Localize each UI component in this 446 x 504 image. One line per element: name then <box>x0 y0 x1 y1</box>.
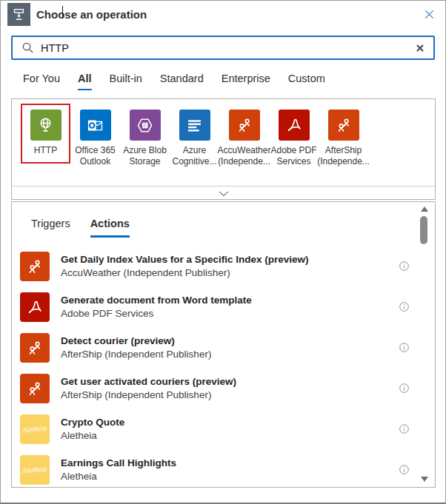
search-input[interactable] <box>41 42 416 54</box>
text-lines-icon <box>179 110 210 141</box>
action-title: Get Daily Index Values for a Specific In… <box>61 253 309 266</box>
connector-tile-accuweather[interactable]: AccuWeather(Independe... <box>219 104 269 175</box>
outlook-icon <box>80 110 111 141</box>
action-row[interactable]: Get user activated couriers (preview)Aft… <box>20 368 435 409</box>
aletheia-icon: Aletheia <box>20 414 50 444</box>
page-title: Choose an operation <box>36 8 147 21</box>
connector-tile-http[interactable]: HTTP <box>21 104 70 164</box>
action-text: Crypto QuoteAletheia <box>61 416 124 442</box>
svg-text:01: 01 <box>143 125 146 128</box>
action-subtitle: Aletheia <box>61 470 176 483</box>
chevron-down-icon <box>219 187 229 200</box>
connector-tile-adobe-pdf[interactable]: Adobe PDFServices <box>269 104 319 175</box>
independent-publisher-icon <box>20 252 50 281</box>
text-caret <box>62 6 63 19</box>
action-row[interactable]: Detect courier (preview)AfterShip (Indep… <box>20 327 435 368</box>
action-text: Get user activated couriers (preview)Aft… <box>61 375 236 401</box>
connector-tile-label: AfterShip(Independe... <box>317 145 370 167</box>
connector-tile-office-365[interactable]: Office 365Outlook <box>70 104 120 175</box>
clear-search-icon[interactable] <box>416 44 424 52</box>
action-text: Earnings Call HighlightsAletheia <box>61 457 176 483</box>
action-subtitle: Adobe PDF Services <box>61 307 252 320</box>
connector-tile-azure-blob[interactable]: 1001Azure BlobStorage <box>120 104 170 175</box>
action-row[interactable]: Generate document from Word templateAdob… <box>20 286 435 327</box>
search-icon <box>21 41 34 54</box>
info-icon[interactable] <box>399 423 410 434</box>
action-text: Detect courier (preview)AfterShip (Indep… <box>61 335 211 360</box>
aletheia-logo-text: Aletheia <box>22 465 47 475</box>
connector-tile-label: AzureCognitive... <box>172 145 216 167</box>
tab-for-you[interactable]: For You <box>23 73 60 90</box>
search-box <box>11 36 435 60</box>
info-icon[interactable] <box>399 383 410 394</box>
connector-tile-azure[interactable]: AzureCognitive... <box>170 104 219 175</box>
info-icon[interactable] <box>399 301 410 312</box>
independent-publisher-icon <box>20 333 50 363</box>
info-icon[interactable] <box>399 464 410 475</box>
adobe-icon <box>279 110 310 141</box>
scroll-down-icon[interactable] <box>421 477 428 482</box>
action-list: Get Daily Index Values for a Specific In… <box>12 243 435 486</box>
connector-tile-label: Adobe PDFServices <box>270 145 316 167</box>
logic-app-action-icon <box>7 3 30 26</box>
independent-publisher-icon <box>20 374 50 403</box>
operations-panel: TriggersActions Get Daily Index Values f… <box>11 201 436 488</box>
category-tabs: For YouAllBuilt-inStandardEnterpriseCust… <box>23 73 325 90</box>
tab-built-in[interactable]: Built-in <box>110 73 142 90</box>
connector-tile-label: HTTP <box>34 145 57 156</box>
action-row[interactable]: AletheiaEarnings Call HighlightsAletheia <box>20 449 435 486</box>
action-text: Generate document from Word templateAdob… <box>61 294 252 320</box>
tab-enterprise[interactable]: Enterprise <box>222 73 270 90</box>
tab-all[interactable]: All <box>78 73 92 90</box>
connector-panel: HTTPOffice 365Outlook1001Azure BlobStora… <box>11 98 436 200</box>
choose-operation-dialog: Choose an operation For YouAllBuilt-inSt… <box>0 0 446 504</box>
action-subtitle: AfterShip (Independent Publisher) <box>61 389 236 401</box>
connector-tile-label: Azure BlobStorage <box>123 145 167 167</box>
independent-publisher-icon <box>328 110 359 141</box>
globe-icon <box>30 110 61 141</box>
tab-standard[interactable]: Standard <box>160 73 204 90</box>
action-text: Get Daily Index Values for a Specific In… <box>61 253 309 279</box>
info-icon[interactable] <box>399 342 410 353</box>
action-subtitle: AccuWeather (Independent Publisher) <box>61 266 309 279</box>
connector-tiles: HTTPOffice 365Outlook1001Azure BlobStora… <box>12 99 435 175</box>
connector-tile-label: AccuWeather(Independe... <box>218 145 271 167</box>
action-subtitle: AfterShip (Independent Publisher) <box>61 348 211 360</box>
operation-tabs: TriggersActions <box>12 202 435 238</box>
tab-triggers[interactable]: Triggers <box>31 218 70 238</box>
independent-publisher-icon <box>229 110 260 141</box>
adobe-icon <box>20 292 50 322</box>
action-title: Crypto Quote <box>61 416 124 429</box>
action-title: Generate document from Word template <box>61 294 252 307</box>
info-icon[interactable] <box>399 261 410 272</box>
action-row[interactable]: AletheiaCrypto QuoteAletheia <box>20 409 435 449</box>
close-icon[interactable] <box>422 7 436 21</box>
action-row[interactable]: Get Daily Index Values for a Specific In… <box>20 246 435 286</box>
scrollbar <box>420 205 429 483</box>
tab-custom[interactable]: Custom <box>288 73 325 90</box>
scroll-up-icon[interactable] <box>421 206 428 212</box>
tab-actions[interactable]: Actions <box>90 218 130 238</box>
aletheia-logo-text: Aletheia <box>22 424 47 434</box>
action-subtitle: Aletheia <box>61 429 124 442</box>
connector-tile-aftership[interactable]: AfterShip(Independe... <box>319 104 368 175</box>
action-title: Earnings Call Highlights <box>61 457 176 470</box>
aletheia-icon: Aletheia <box>20 455 50 485</box>
action-title: Get user activated couriers (preview) <box>61 375 236 389</box>
scrollbar-thumb[interactable] <box>420 216 427 244</box>
blob-storage-icon: 1001 <box>130 110 161 141</box>
collapse-connectors-button[interactable] <box>12 186 435 199</box>
action-title: Detect courier (preview) <box>61 335 211 348</box>
connector-tile-label: Office 365Outlook <box>75 145 115 167</box>
